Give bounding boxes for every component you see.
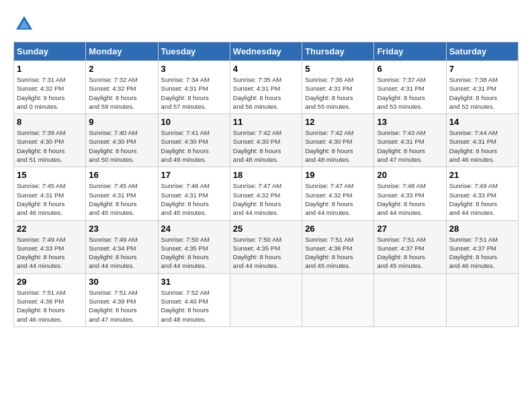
- calendar-cell: 2Sunrise: 7:32 AM Sunset: 4:32 PM Daylig…: [86, 61, 158, 114]
- day-info: Sunrise: 7:51 AM Sunset: 4:36 PM Dayligh…: [305, 235, 371, 271]
- day-number: 11: [233, 117, 299, 127]
- day-info: Sunrise: 7:35 AM Sunset: 4:31 PM Dayligh…: [233, 75, 299, 111]
- calendar-cell: 9Sunrise: 7:40 AM Sunset: 4:30 PM Daylig…: [86, 114, 158, 167]
- day-number: 17: [161, 170, 227, 180]
- calendar-cell: 25Sunrise: 7:50 AM Sunset: 4:35 PM Dayli…: [230, 220, 302, 273]
- day-info: Sunrise: 7:45 AM Sunset: 4:31 PM Dayligh…: [89, 181, 154, 217]
- day-number: 16: [89, 170, 154, 180]
- day-number: 14: [449, 117, 515, 127]
- day-number: 1: [17, 64, 83, 74]
- calendar-week-3: 15Sunrise: 7:45 AM Sunset: 4:31 PM Dayli…: [14, 167, 519, 220]
- day-number: 13: [377, 117, 443, 127]
- day-number: 20: [377, 170, 443, 180]
- weekday-header-thursday: Thursday: [302, 42, 374, 61]
- calendar-cell: 17Sunrise: 7:46 AM Sunset: 4:31 PM Dayli…: [158, 167, 230, 220]
- calendar-cell: 28Sunrise: 7:51 AM Sunset: 4:37 PM Dayli…: [446, 220, 518, 273]
- weekday-header-friday: Friday: [374, 42, 446, 61]
- calendar-cell: 6Sunrise: 7:37 AM Sunset: 4:31 PM Daylig…: [374, 61, 446, 114]
- day-number: 23: [89, 224, 154, 234]
- day-info: Sunrise: 7:52 AM Sunset: 4:40 PM Dayligh…: [161, 288, 227, 324]
- day-number: 21: [449, 170, 515, 180]
- day-number: 7: [449, 64, 515, 74]
- day-number: 31: [161, 277, 227, 287]
- day-info: Sunrise: 7:32 AM Sunset: 4:32 PM Dayligh…: [89, 75, 154, 111]
- day-number: 28: [449, 224, 515, 234]
- calendar-cell: [446, 273, 518, 326]
- day-number: 4: [233, 64, 299, 74]
- day-info: Sunrise: 7:37 AM Sunset: 4:31 PM Dayligh…: [377, 75, 443, 111]
- calendar-week-4: 22Sunrise: 7:49 AM Sunset: 4:33 PM Dayli…: [14, 220, 519, 273]
- day-info: Sunrise: 7:47 AM Sunset: 4:32 PM Dayligh…: [233, 181, 299, 217]
- day-number: 15: [17, 170, 83, 180]
- page-header: [13, 13, 519, 35]
- calendar-cell: 4Sunrise: 7:35 AM Sunset: 4:31 PM Daylig…: [230, 61, 302, 114]
- calendar-cell: 7Sunrise: 7:38 AM Sunset: 4:31 PM Daylig…: [446, 61, 518, 114]
- calendar-week-1: 1Sunrise: 7:31 AM Sunset: 4:32 PM Daylig…: [14, 61, 519, 114]
- day-number: 6: [377, 64, 443, 74]
- day-number: 3: [161, 64, 227, 74]
- calendar-cell: 8Sunrise: 7:39 AM Sunset: 4:30 PM Daylig…: [14, 114, 86, 167]
- calendar-cell: 22Sunrise: 7:49 AM Sunset: 4:33 PM Dayli…: [14, 220, 86, 273]
- day-number: 30: [89, 277, 154, 287]
- day-info: Sunrise: 7:44 AM Sunset: 4:31 PM Dayligh…: [449, 128, 515, 164]
- calendar-cell: 23Sunrise: 7:49 AM Sunset: 4:34 PM Dayli…: [86, 220, 158, 273]
- calendar-cell: 31Sunrise: 7:52 AM Sunset: 4:40 PM Dayli…: [158, 273, 230, 326]
- calendar-cell: 11Sunrise: 7:42 AM Sunset: 4:30 PM Dayli…: [230, 114, 302, 167]
- day-number: 24: [161, 224, 227, 234]
- day-info: Sunrise: 7:39 AM Sunset: 4:30 PM Dayligh…: [17, 128, 83, 164]
- day-info: Sunrise: 7:45 AM Sunset: 4:31 PM Dayligh…: [17, 181, 83, 217]
- calendar-week-2: 8Sunrise: 7:39 AM Sunset: 4:30 PM Daylig…: [14, 114, 519, 167]
- day-number: 26: [305, 224, 371, 234]
- day-info: Sunrise: 7:43 AM Sunset: 4:31 PM Dayligh…: [377, 128, 443, 164]
- calendar-cell: 20Sunrise: 7:48 AM Sunset: 4:33 PM Dayli…: [374, 167, 446, 220]
- calendar-cell: 12Sunrise: 7:42 AM Sunset: 4:30 PM Dayli…: [302, 114, 374, 167]
- calendar-cell: 27Sunrise: 7:51 AM Sunset: 4:37 PM Dayli…: [374, 220, 446, 273]
- day-info: Sunrise: 7:51 AM Sunset: 4:39 PM Dayligh…: [89, 288, 154, 324]
- day-info: Sunrise: 7:31 AM Sunset: 4:32 PM Dayligh…: [17, 75, 83, 111]
- day-info: Sunrise: 7:51 AM Sunset: 4:38 PM Dayligh…: [17, 288, 83, 324]
- calendar-cell: 29Sunrise: 7:51 AM Sunset: 4:38 PM Dayli…: [14, 273, 86, 326]
- day-info: Sunrise: 7:40 AM Sunset: 4:30 PM Dayligh…: [89, 128, 154, 164]
- day-number: 22: [17, 224, 83, 234]
- logo-icon: [13, 13, 35, 35]
- weekday-header-monday: Monday: [86, 42, 158, 61]
- day-info: Sunrise: 7:48 AM Sunset: 4:33 PM Dayligh…: [377, 181, 443, 217]
- calendar-cell: [374, 273, 446, 326]
- day-number: 18: [233, 170, 299, 180]
- day-info: Sunrise: 7:49 AM Sunset: 4:33 PM Dayligh…: [17, 235, 83, 271]
- day-info: Sunrise: 7:47 AM Sunset: 4:32 PM Dayligh…: [305, 181, 371, 217]
- calendar-cell: 1Sunrise: 7:31 AM Sunset: 4:32 PM Daylig…: [14, 61, 86, 114]
- day-info: Sunrise: 7:34 AM Sunset: 4:31 PM Dayligh…: [161, 75, 227, 111]
- day-info: Sunrise: 7:41 AM Sunset: 4:30 PM Dayligh…: [161, 128, 227, 164]
- calendar-cell: 3Sunrise: 7:34 AM Sunset: 4:31 PM Daylig…: [158, 61, 230, 114]
- day-number: 29: [17, 277, 83, 287]
- calendar-cell: 10Sunrise: 7:41 AM Sunset: 4:30 PM Dayli…: [158, 114, 230, 167]
- calendar-cell: [302, 273, 374, 326]
- weekday-header-wednesday: Wednesday: [230, 42, 302, 61]
- calendar-cell: 19Sunrise: 7:47 AM Sunset: 4:32 PM Dayli…: [302, 167, 374, 220]
- calendar-cell: 21Sunrise: 7:49 AM Sunset: 4:33 PM Dayli…: [446, 167, 518, 220]
- day-info: Sunrise: 7:51 AM Sunset: 4:37 PM Dayligh…: [449, 235, 515, 271]
- day-number: 19: [305, 170, 371, 180]
- calendar-cell: 13Sunrise: 7:43 AM Sunset: 4:31 PM Dayli…: [374, 114, 446, 167]
- day-info: Sunrise: 7:49 AM Sunset: 4:34 PM Dayligh…: [89, 235, 154, 271]
- day-info: Sunrise: 7:50 AM Sunset: 4:35 PM Dayligh…: [233, 235, 299, 271]
- calendar-week-5: 29Sunrise: 7:51 AM Sunset: 4:38 PM Dayli…: [14, 273, 519, 326]
- day-info: Sunrise: 7:42 AM Sunset: 4:30 PM Dayligh…: [305, 128, 371, 164]
- day-number: 10: [161, 117, 227, 127]
- day-info: Sunrise: 7:42 AM Sunset: 4:30 PM Dayligh…: [233, 128, 299, 164]
- day-info: Sunrise: 7:46 AM Sunset: 4:31 PM Dayligh…: [161, 181, 227, 217]
- day-info: Sunrise: 7:50 AM Sunset: 4:35 PM Dayligh…: [161, 235, 227, 271]
- calendar-cell: 14Sunrise: 7:44 AM Sunset: 4:31 PM Dayli…: [446, 114, 518, 167]
- day-info: Sunrise: 7:38 AM Sunset: 4:31 PM Dayligh…: [449, 75, 515, 111]
- calendar-cell: 15Sunrise: 7:45 AM Sunset: 4:31 PM Dayli…: [14, 167, 86, 220]
- calendar-cell: 24Sunrise: 7:50 AM Sunset: 4:35 PM Dayli…: [158, 220, 230, 273]
- weekday-header-sunday: Sunday: [14, 42, 86, 61]
- calendar-cell: 18Sunrise: 7:47 AM Sunset: 4:32 PM Dayli…: [230, 167, 302, 220]
- weekday-header-saturday: Saturday: [446, 42, 518, 61]
- calendar-cell: 16Sunrise: 7:45 AM Sunset: 4:31 PM Dayli…: [86, 167, 158, 220]
- calendar-cell: 26Sunrise: 7:51 AM Sunset: 4:36 PM Dayli…: [302, 220, 374, 273]
- logo: [13, 13, 38, 35]
- day-info: Sunrise: 7:36 AM Sunset: 4:31 PM Dayligh…: [305, 75, 371, 111]
- day-info: Sunrise: 7:51 AM Sunset: 4:37 PM Dayligh…: [377, 235, 443, 271]
